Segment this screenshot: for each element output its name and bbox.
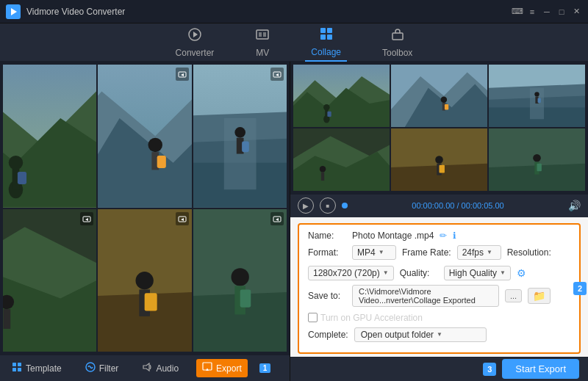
cell-add-5 — [176, 212, 189, 225]
audio-btn[interactable]: Audio — [136, 359, 184, 377]
nav-bar: Converter MV Collage — [0, 23, 588, 62]
action-bar: 3 Start Export — [290, 357, 588, 382]
svg-rect-41 — [3, 309, 10, 329]
total-time: 00:00:05.00 — [462, 201, 504, 210]
name-info-icon[interactable]: ℹ — [453, 231, 456, 241]
video-cell-3[interactable] — [193, 65, 287, 208]
template-btn[interactable]: Template — [6, 359, 68, 377]
stop-button[interactable]: ■ — [320, 197, 336, 214]
svg-rect-34 — [242, 142, 249, 153]
app-logo — [6, 4, 21, 19]
svg-rect-4 — [257, 30, 268, 39]
svg-rect-55 — [240, 289, 251, 307]
gpu-checkbox-wrap[interactable]: Turn on GPU Acceleration — [308, 313, 423, 323]
svg-rect-97 — [440, 165, 445, 173]
svg-marker-57 — [276, 218, 279, 221]
gpu-checkbox[interactable] — [308, 313, 318, 322]
resolution-arrow: ▼ — [383, 269, 389, 276]
menu-btn[interactable]: ≡ — [526, 6, 538, 18]
template-label: Template — [26, 363, 62, 374]
format-select[interactable]: MP4 ▼ — [352, 245, 396, 260]
quality-arrow: ▼ — [500, 269, 506, 276]
name-label: Name: — [308, 231, 346, 241]
play-button[interactable]: ▶ — [298, 197, 314, 214]
window-controls: ⌨ ≡ ─ □ ✕ — [512, 6, 582, 18]
svg-point-85 — [534, 92, 539, 96]
svg-rect-92 — [321, 172, 324, 181]
svg-marker-26 — [181, 73, 184, 76]
main-content: Template Filter Audio — [0, 62, 588, 381]
tab-collage[interactable]: Collage — [305, 23, 347, 62]
close-btn[interactable]: ✕ — [570, 6, 582, 18]
complete-row: Complete: Open output folder ▼ — [308, 327, 570, 342]
browse-button[interactable]: ... — [505, 289, 522, 302]
app-title: Vidmore Video Converter — [26, 7, 512, 17]
settings-badge-2: 2 — [573, 282, 587, 295]
frame-rate-label: Frame Rate: — [402, 247, 451, 258]
video-cell-4[interactable] — [3, 209, 96, 352]
video-cell-1[interactable] — [3, 65, 96, 208]
name-edit-icon[interactable]: ✏ — [440, 231, 447, 241]
save-to-row: Save to: C:\Vidmore\Vidmore Video...nver… — [308, 285, 570, 323]
maximize-btn[interactable]: □ — [556, 6, 567, 18]
filter-label: Filter — [99, 363, 119, 374]
video-cell-6[interactable] — [193, 209, 287, 352]
svg-rect-9 — [320, 35, 326, 40]
right-cell-5[interactable] — [391, 128, 487, 191]
svg-rect-5 — [259, 32, 262, 37]
left-video-grid — [0, 62, 290, 355]
right-cell-4[interactable] — [293, 128, 390, 191]
right-cell-6[interactable] — [489, 128, 585, 191]
right-cell-2[interactable] — [391, 65, 487, 127]
minimize-btn[interactable]: ─ — [541, 6, 553, 18]
volume-icon[interactable]: 🔊 — [568, 200, 581, 211]
resolution-label: Resolution: — [507, 247, 551, 258]
svg-rect-73 — [327, 112, 331, 117]
tab-converter[interactable]: Converter — [170, 24, 220, 61]
toolbox-icon — [390, 27, 405, 46]
tab-toolbox[interactable]: Toolbox — [376, 24, 418, 61]
svg-rect-60 — [12, 368, 16, 371]
video-cell-5[interactable] — [98, 209, 191, 352]
svg-rect-10 — [327, 35, 332, 40]
svg-rect-6 — [263, 32, 266, 37]
resolution-select[interactable]: 1280x720 (720p) ▼ — [308, 266, 394, 280]
svg-rect-79 — [445, 104, 448, 109]
collage-label: Collage — [311, 47, 341, 57]
right-cell-3[interactable] — [489, 65, 585, 127]
folder-button[interactable]: 📁 — [528, 288, 551, 304]
frame-rate-arrow: ▼ — [487, 249, 492, 255]
tab-mv[interactable]: MV — [249, 24, 276, 61]
current-time: 00:00:00.00 — [412, 201, 454, 210]
save-path-input[interactable]: C:\Vidmore\Vidmore Video...nverter\Colla… — [352, 285, 499, 307]
quality-select[interactable]: High Quality ▼ — [444, 266, 511, 280]
filter-btn[interactable]: Filter — [79, 359, 125, 377]
title-bar: Vidmore Video Converter ⌨ ≡ ─ □ ✕ — [0, 0, 588, 23]
time-display: 00:00:00.00 / 00:00:05.00 — [412, 201, 503, 210]
template-icon — [12, 362, 22, 374]
svg-rect-102 — [537, 164, 542, 172]
right-panel: ▶ ■ 00:00:00.00 / 00:00:05.00 🔊 Name: Ph… — [290, 62, 588, 381]
svg-marker-3 — [193, 32, 198, 37]
frame-rate-select[interactable]: 24fps ▼ — [457, 245, 501, 260]
complete-select[interactable]: Open output folder ▼ — [354, 327, 487, 342]
name-row: Name: Photo Montage .mp4 ✏ ℹ — [308, 231, 570, 241]
audio-label: Audio — [156, 363, 179, 374]
start-export-button[interactable]: Start Export — [502, 359, 579, 379]
toolbox-label: Toolbox — [382, 48, 412, 58]
svg-rect-8 — [327, 28, 332, 33]
chat-btn[interactable]: ⌨ — [512, 6, 523, 18]
right-cell-1[interactable] — [293, 65, 390, 127]
playback-controls: ▶ ■ — [298, 197, 348, 214]
export-label: Export — [216, 363, 242, 374]
format-row: Format: MP4 ▼ Frame Rate: 24fps ▼ Resolu… — [308, 245, 570, 280]
svg-rect-48 — [145, 293, 157, 311]
svg-rect-59 — [18, 363, 21, 366]
video-cell-2[interactable] — [98, 65, 191, 208]
quality-settings-icon[interactable]: ⚙ — [517, 267, 526, 279]
svg-point-91 — [320, 166, 326, 172]
action-badge-3: 3 — [483, 363, 496, 376]
timeline-scrubber[interactable] — [342, 203, 348, 208]
left-toolbar: Template Filter Audio — [0, 355, 290, 381]
export-btn[interactable]: Export — [196, 359, 248, 377]
